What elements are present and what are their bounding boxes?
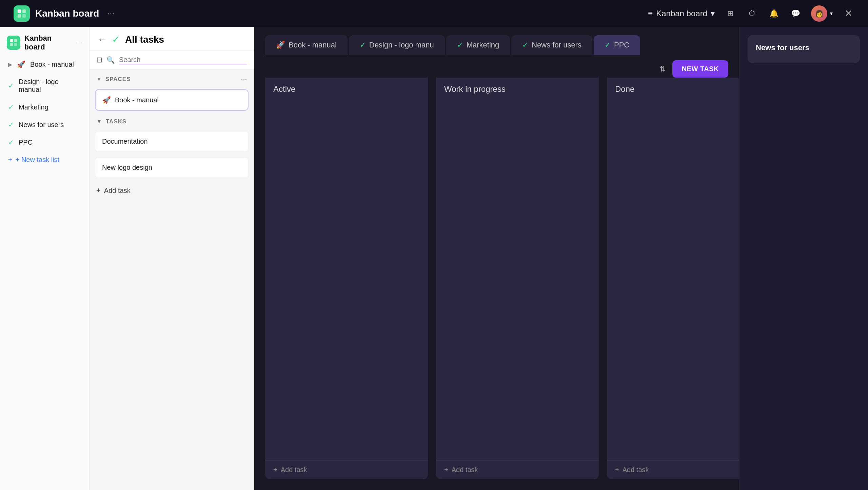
col-tasks-wip bbox=[436, 99, 599, 460]
user-avatar-wrapper[interactable]: 👩 ▾ bbox=[811, 5, 833, 22]
right-panel-news-card: News for users bbox=[748, 35, 860, 63]
top-header: Kanban board ⋯ ≡ Kanban board ▾ ⊞ ⏱ 🔔 💬 … bbox=[0, 0, 868, 27]
sidebar-more-icon[interactable]: ⋯ bbox=[76, 39, 82, 47]
grid-icon: ≡ bbox=[648, 9, 653, 18]
all-tasks-check-icon: ✓ bbox=[112, 34, 120, 45]
avatar: 👩 bbox=[811, 5, 827, 22]
column-work-in-progress: Work in progress + Add task bbox=[436, 78, 599, 479]
plus-icon: + bbox=[8, 156, 12, 164]
sidebar-item-ppc[interactable]: ✓ PPC bbox=[0, 134, 89, 151]
avatar-chevron-icon: ▾ bbox=[830, 10, 833, 17]
kanban-columns: Active + Add task Work in progress + Add… bbox=[254, 78, 739, 490]
task-card-documentation[interactable]: Documentation bbox=[95, 131, 249, 152]
close-button[interactable]: ✕ bbox=[842, 7, 854, 20]
spaces-more-icon[interactable]: ⋯ bbox=[241, 76, 247, 83]
main-layout: Kanban board ⋯ ▶ 🚀 Book - manual ✓ Desig… bbox=[0, 27, 868, 490]
rocket-icon: 🚀 bbox=[17, 60, 25, 68]
expand-icon: ▶ bbox=[8, 61, 12, 68]
timer-icon[interactable]: ⏱ bbox=[746, 7, 758, 20]
back-button[interactable]: ← bbox=[98, 34, 106, 45]
board-name: ≡ Kanban board ▾ bbox=[648, 9, 715, 18]
plus-icon: + bbox=[444, 466, 448, 474]
col-tasks-active bbox=[265, 99, 428, 460]
board-chevron-icon[interactable]: ▾ bbox=[711, 9, 715, 18]
tasks-section-header: ▼ TASKS bbox=[90, 114, 254, 128]
spaces-chevron-icon[interactable]: ▼ bbox=[96, 76, 102, 82]
right-panel: News for users bbox=[739, 27, 868, 490]
tab-check-icon: ✓ bbox=[457, 41, 463, 49]
svg-rect-1 bbox=[22, 9, 26, 13]
column-done: Done + Add task bbox=[607, 78, 739, 479]
spaces-section-header: ▼ SPACES ⋯ bbox=[90, 69, 254, 86]
column-active: Active + Add task bbox=[265, 78, 428, 479]
right-panel-title: News for users bbox=[756, 43, 852, 52]
tab-book-manual[interactable]: 🚀 Book - manual bbox=[265, 35, 348, 55]
check-icon: ✓ bbox=[8, 138, 14, 146]
space-card-book-manual[interactable]: 🚀 Book - manual bbox=[95, 89, 249, 111]
plus-icon: + bbox=[615, 466, 619, 474]
sidebar-item-design-logo[interactable]: ✓ Design - logo manual bbox=[0, 73, 89, 98]
task-card-new-logo-design[interactable]: New logo design bbox=[95, 157, 249, 178]
kanban-area: 🚀 Book - manual ✓ Design - logo manu ✓ M… bbox=[254, 27, 739, 490]
tab-marketing[interactable]: ✓ Marketing bbox=[446, 35, 510, 55]
col-tasks-done bbox=[607, 99, 739, 460]
kanban-top-bar: ⇅ NEW TASK bbox=[254, 55, 739, 78]
tab-rocket-icon: 🚀 bbox=[276, 41, 285, 49]
svg-rect-7 bbox=[14, 43, 17, 46]
space-card-label: Book - manual bbox=[115, 96, 159, 104]
svg-rect-4 bbox=[10, 39, 13, 42]
sidebar-header: Kanban board ⋯ bbox=[0, 27, 89, 56]
tab-ppc[interactable]: ✓ PPC bbox=[594, 35, 640, 55]
rocket-icon: 🚀 bbox=[102, 96, 111, 104]
check-icon: ✓ bbox=[8, 103, 14, 111]
filter-icon[interactable]: ⊟ bbox=[96, 56, 102, 64]
col-header-wip: Work in progress bbox=[436, 78, 599, 99]
search-bar: ⊟ 🔍 bbox=[90, 51, 254, 69]
tasks-chevron-icon[interactable]: ▼ bbox=[96, 118, 102, 125]
header-left: Kanban board ⋯ bbox=[14, 5, 115, 22]
check-icon: ✓ bbox=[8, 82, 14, 90]
add-task-active[interactable]: + Add task bbox=[265, 460, 428, 479]
bell-icon[interactable]: 🔔 bbox=[768, 7, 780, 20]
col-header-active: Active bbox=[265, 78, 428, 99]
svg-rect-2 bbox=[18, 14, 21, 18]
tab-check-icon: ✓ bbox=[360, 41, 366, 49]
all-tasks-title: All tasks bbox=[125, 34, 164, 45]
plus-icon: + bbox=[96, 186, 101, 195]
tab-design-logo[interactable]: ✓ Design - logo manu bbox=[349, 35, 445, 55]
sidebar-item-news-for-users[interactable]: ✓ News for users bbox=[0, 116, 89, 134]
tab-check-icon: ✓ bbox=[522, 41, 528, 49]
left-panel: ← ✓ All tasks ⊟ 🔍 ▼ SPACES ⋯ 🚀 Book - ma… bbox=[90, 27, 254, 490]
sort-icon[interactable]: ⇅ bbox=[659, 65, 666, 74]
col-header-done: Done bbox=[607, 78, 739, 99]
new-task-list-button[interactable]: + + New task list bbox=[0, 151, 89, 168]
header-title: Kanban board bbox=[35, 8, 99, 19]
spaces-tabs: 🚀 Book - manual ✓ Design - logo manu ✓ M… bbox=[254, 27, 739, 55]
sidebar-logo bbox=[7, 36, 20, 50]
plus-icon: + bbox=[273, 466, 277, 474]
chat-icon[interactable]: 💬 bbox=[789, 7, 802, 20]
new-task-button[interactable]: NEW TASK bbox=[672, 60, 728, 78]
header-more-icon[interactable]: ⋯ bbox=[107, 9, 115, 18]
svg-rect-3 bbox=[22, 14, 26, 18]
add-task-wip[interactable]: + Add task bbox=[436, 460, 599, 479]
tab-news-for-users[interactable]: ✓ News for users bbox=[511, 35, 592, 55]
search-icon: 🔍 bbox=[106, 56, 115, 64]
add-task-done[interactable]: + Add task bbox=[607, 460, 739, 479]
layout-icon[interactable]: ⊞ bbox=[724, 7, 736, 20]
check-icon: ✓ bbox=[8, 121, 14, 129]
add-task-button[interactable]: + Add task bbox=[90, 181, 254, 200]
sidebar-item-marketing[interactable]: ✓ Marketing bbox=[0, 98, 89, 116]
search-input[interactable] bbox=[119, 56, 247, 64]
svg-rect-6 bbox=[10, 43, 13, 46]
app-logo bbox=[14, 5, 30, 22]
header-right: ≡ Kanban board ▾ ⊞ ⏱ 🔔 💬 👩 ▾ ✕ bbox=[648, 5, 854, 22]
left-panel-header: ← ✓ All tasks bbox=[90, 27, 254, 51]
svg-rect-5 bbox=[14, 39, 17, 42]
sidebar-item-book-manual[interactable]: ▶ 🚀 Book - manual bbox=[0, 56, 89, 73]
svg-rect-0 bbox=[18, 9, 21, 13]
sidebar-title: Kanban board bbox=[24, 34, 72, 52]
tab-check-icon: ✓ bbox=[605, 41, 611, 49]
sidebar: Kanban board ⋯ ▶ 🚀 Book - manual ✓ Desig… bbox=[0, 27, 90, 490]
